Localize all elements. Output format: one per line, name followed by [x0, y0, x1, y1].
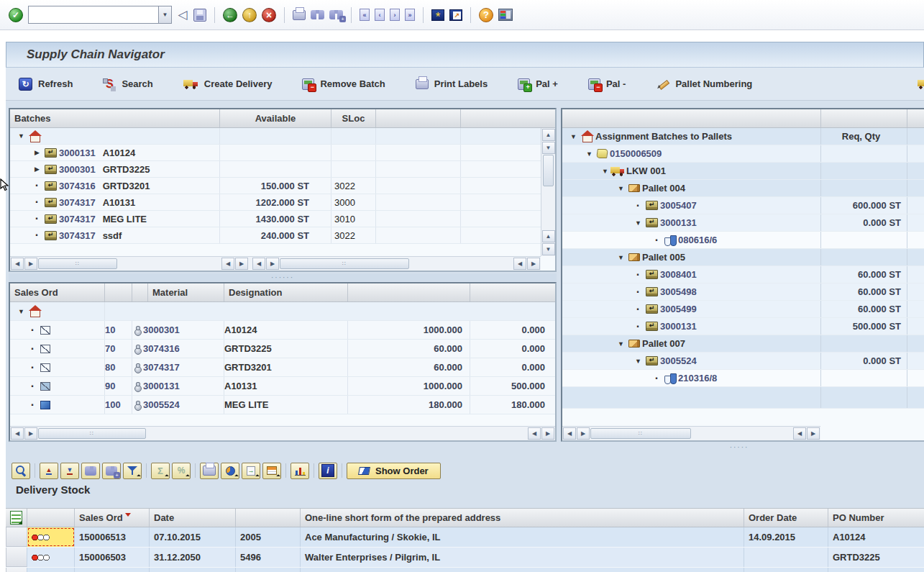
- collapse-icon[interactable]: [616, 185, 626, 192]
- assignment-truck-row[interactable]: LKW 001: [562, 163, 924, 180]
- collapse-icon[interactable]: [616, 340, 626, 348]
- material-number[interactable]: 3074317: [59, 214, 96, 224]
- batch-tree-root-row[interactable]: [10, 128, 555, 145]
- print-button[interactable]: [200, 463, 219, 479]
- status-cell[interactable]: [27, 568, 75, 572]
- collapse-icon[interactable]: [633, 358, 644, 365]
- last-page-icon[interactable]: [405, 9, 415, 21]
- previous-page-icon[interactable]: [375, 9, 385, 21]
- scroll-right-icon[interactable]: ▶: [24, 258, 37, 270]
- delivery-row-partial[interactable]: [6, 568, 924, 572]
- truck-button[interactable]: [918, 78, 924, 89]
- column-header-address[interactable]: One-line short form of the prepared addr…: [301, 509, 744, 527]
- scrollbar-thumb[interactable]: ∷: [590, 428, 691, 439]
- scroll-up-icon[interactable]: ▲: [542, 230, 555, 242]
- assignment-material-row[interactable]: 3000131 0.000 ST: [562, 214, 924, 232]
- back-icon[interactable]: [223, 8, 237, 22]
- new-session-icon[interactable]: [431, 9, 444, 21]
- sales-item-row[interactable]: 70 3074316 GRTD3225 60.000 0.000: [10, 340, 555, 358]
- info-button[interactable]: [319, 463, 337, 479]
- show-order-button[interactable]: Show Order: [347, 463, 441, 479]
- collapse-icon[interactable]: [616, 254, 626, 261]
- assignment-pallet-row[interactable]: Pallet 004: [562, 180, 924, 197]
- batch-tree-row[interactable]: 3074316GRTD3201 150.000 ST 3022: [10, 178, 555, 194]
- filter-button[interactable]: [123, 463, 142, 479]
- find-button[interactable]: [81, 463, 100, 479]
- column-header-designation[interactable]: Designation: [224, 283, 348, 301]
- pallet-numbering-button[interactable]: Pallet Numbering: [656, 78, 752, 90]
- status-cell[interactable]: [27, 527, 75, 547]
- pallet-label[interactable]: Pallet 004: [642, 183, 685, 194]
- batch-number[interactable]: 210316/8: [678, 373, 717, 383]
- status-cell[interactable]: [27, 548, 75, 567]
- sort-ascending-button[interactable]: [40, 463, 58, 479]
- delivery-number[interactable]: 0150006509: [610, 148, 662, 159]
- sales-tree-root-row[interactable]: [10, 302, 555, 321]
- print-icon[interactable]: [293, 10, 306, 20]
- column-header-po-number[interactable]: PO Number: [828, 509, 924, 527]
- layout-button[interactable]: [262, 463, 281, 479]
- scroll-right-icon[interactable]: ▶: [807, 427, 820, 440]
- column-header-sales-ord[interactable]: Sales Ord: [75, 509, 150, 527]
- panel-splitter[interactable]: ······: [9, 273, 557, 281]
- sales-ord-value[interactable]: 150006503: [75, 548, 150, 567]
- sales-item-row[interactable]: 100 3005524 MEG LITE 180.000 180.000: [10, 396, 555, 414]
- sales-item-row[interactable]: 90 3000131 A10131 1000.000 500.000: [10, 377, 555, 396]
- batch-number[interactable]: 080616/6: [678, 235, 717, 245]
- scroll-left-icon[interactable]: ◀: [11, 258, 24, 270]
- assignment-root-row[interactable]: Assignment Batches to Pallets Req, Qty: [562, 128, 924, 145]
- scroll-right-icon[interactable]: ▶: [24, 427, 37, 440]
- batch-tree-row[interactable]: 3074317ssdf 240.000 ST 3022: [10, 227, 555, 244]
- scroll-right-icon[interactable]: ▶: [235, 258, 248, 270]
- pal-minus-button[interactable]: Pal -: [588, 78, 626, 90]
- refresh-button[interactable]: Refresh: [19, 78, 73, 91]
- customize-layout-icon[interactable]: [498, 9, 513, 21]
- select-all-cell[interactable]: [6, 509, 27, 527]
- search-button[interactable]: Search: [103, 78, 152, 91]
- find-icon[interactable]: [311, 10, 324, 19]
- help-icon[interactable]: [479, 8, 493, 22]
- row-selector[interactable]: [6, 548, 27, 567]
- find-next-icon[interactable]: [329, 10, 343, 19]
- scroll-left-icon[interactable]: ◀: [528, 427, 541, 440]
- scroll-left-icon[interactable]: ◀: [252, 258, 265, 270]
- print-labels-button[interactable]: Print Labels: [416, 78, 488, 89]
- sum-button[interactable]: [151, 463, 170, 479]
- views-button[interactable]: [221, 463, 239, 479]
- assignment-pallet-row[interactable]: Pallet 007: [562, 335, 924, 353]
- assignment-material-row[interactable]: 3008401 60.000 ST: [562, 266, 924, 283]
- scrollbar-thumb[interactable]: [543, 155, 554, 186]
- material-number[interactable]: 3005524: [660, 355, 697, 366]
- pal-plus-button[interactable]: Pal +: [518, 78, 558, 90]
- material-number[interactable]: 3005499: [660, 304, 697, 314]
- truck-label[interactable]: LKW 001: [626, 165, 666, 176]
- material-number[interactable]: 3074317: [143, 362, 180, 373]
- material-number[interactable]: 3000131: [660, 321, 697, 332]
- delivery-row[interactable]: 150006513 07.10.2015 2005 Ace Manufactur…: [6, 527, 924, 548]
- material-number[interactable]: 3000301: [143, 324, 180, 335]
- subtotal-button[interactable]: [172, 463, 191, 479]
- enter-check-icon[interactable]: [9, 8, 23, 22]
- exit-icon[interactable]: [242, 8, 257, 22]
- material-number[interactable]: 3000131: [660, 217, 697, 228]
- material-number[interactable]: 3074317: [59, 197, 96, 208]
- expand-icon[interactable]: [32, 165, 42, 173]
- collapse-icon[interactable]: [584, 150, 595, 158]
- vertical-scrollbar[interactable]: ▲ ▼ ▲ ▼: [541, 128, 555, 256]
- sales-item-row[interactable]: 80 3074317 GRTD3201 60.000 0.000: [10, 358, 555, 377]
- panel-splitter[interactable]: ·····: [689, 443, 790, 450]
- scroll-left-icon[interactable]: ◀: [793, 427, 806, 440]
- material-number[interactable]: 3074317: [59, 230, 96, 241]
- column-header-material[interactable]: Material: [148, 283, 224, 301]
- assignment-material-row[interactable]: 3005499 60.000 ST: [562, 301, 924, 318]
- material-number[interactable]: 3008401: [660, 269, 697, 280]
- material-number[interactable]: 3005407: [660, 200, 697, 211]
- assignment-material-row[interactable]: 3005407 600.000 ST: [562, 197, 924, 214]
- batch-tree-row[interactable]: 3000131A10124: [10, 145, 555, 161]
- material-number[interactable]: 3005524: [143, 399, 180, 410]
- assignment-material-row[interactable]: 3005498 60.000 ST: [562, 283, 924, 301]
- material-number[interactable]: 3005498: [660, 286, 697, 297]
- row-selector[interactable]: [6, 568, 27, 572]
- delivery-row[interactable]: 150006503 31.12.2050 5496 Walter Enterpr…: [6, 548, 924, 568]
- scrollbar-thumb[interactable]: ∷: [38, 258, 117, 269]
